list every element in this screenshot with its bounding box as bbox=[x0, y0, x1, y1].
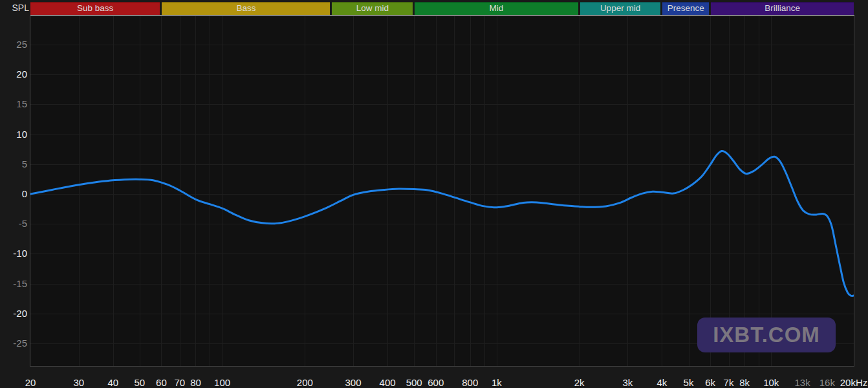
frequency-bands-strip: Sub bassBassLow midMidUpper midPresenceB… bbox=[30, 2, 854, 15]
y-axis-line bbox=[30, 16, 30, 366]
x-tick-800: 800 bbox=[462, 377, 478, 388]
x-tick-2k: 2k bbox=[574, 377, 585, 388]
y-tick--5: -5 bbox=[0, 219, 27, 229]
y-tick--25: -25 bbox=[0, 338, 27, 349]
x-tick-400: 400 bbox=[380, 377, 396, 388]
spl-axis-label: SPL bbox=[0, 3, 29, 13]
band-label-sub-bass: Sub bass bbox=[77, 2, 113, 15]
y-tick-5: 5 bbox=[0, 159, 27, 169]
band-label-bass: Bass bbox=[236, 2, 255, 15]
y-tick--10: -10 bbox=[0, 248, 27, 259]
frequency-response-chart: SPL Sub bassBassLow midMidUpper midPrese… bbox=[0, 0, 868, 388]
x-tick-10k: 10k bbox=[763, 377, 779, 388]
ixbt-watermark-text: IXBT.COM bbox=[713, 323, 820, 347]
y-tick-15: 15 bbox=[0, 99, 27, 109]
x-tick-40: 40 bbox=[107, 377, 118, 388]
x-tick-30: 30 bbox=[73, 377, 84, 388]
band-low-mid: Low mid bbox=[332, 2, 413, 15]
band-mid: Mid bbox=[415, 2, 578, 15]
y-tick--15: -15 bbox=[0, 279, 27, 289]
y-tick-20: 20 bbox=[0, 69, 27, 80]
x-tick-200: 200 bbox=[297, 377, 313, 388]
x-tick-4k: 4k bbox=[656, 377, 667, 388]
plot-area bbox=[30, 16, 854, 366]
ixbt-watermark: IXBT.COM bbox=[697, 318, 836, 352]
x-tick-6k: 6k bbox=[705, 377, 715, 388]
y-tick-10: 10 bbox=[0, 129, 27, 140]
x-tick-100: 100 bbox=[214, 377, 230, 388]
y-tick--20: -20 bbox=[0, 308, 27, 319]
band-label-brilliance: Brilliance bbox=[765, 2, 800, 15]
x-tick-5k: 5k bbox=[684, 377, 694, 388]
x-axis-line bbox=[30, 366, 854, 367]
x-tick-3k: 3k bbox=[622, 377, 633, 388]
x-tick-20: 20 bbox=[25, 377, 36, 388]
x-tick-600: 600 bbox=[428, 377, 444, 388]
x-tick-7k: 7k bbox=[724, 377, 734, 388]
x-tick-300: 300 bbox=[345, 377, 362, 388]
x-tick-50: 50 bbox=[135, 377, 146, 388]
band-bass: Bass bbox=[162, 2, 330, 15]
x-tick-20khz: 20kHz bbox=[840, 377, 868, 388]
y-tick-0: 0 bbox=[0, 189, 27, 199]
band-presence: Presence bbox=[662, 2, 709, 15]
x-tick-60: 60 bbox=[156, 377, 167, 388]
band-label-mid: Mid bbox=[490, 2, 504, 15]
x-tick-70: 70 bbox=[175, 377, 186, 388]
right-border-line bbox=[854, 16, 854, 366]
band-upper-mid: Upper mid bbox=[580, 2, 661, 15]
band-label-upper-mid: Upper mid bbox=[600, 2, 640, 15]
chart-canvas bbox=[30, 16, 854, 366]
band-sub-bass: Sub bass bbox=[30, 2, 160, 15]
band-label-presence: Presence bbox=[667, 2, 704, 15]
band-brilliance: Brilliance bbox=[711, 2, 854, 15]
band-label-low-mid: Low mid bbox=[356, 2, 389, 15]
y-tick-25: 25 bbox=[0, 39, 27, 50]
x-tick-8k: 8k bbox=[739, 377, 750, 388]
x-tick-500: 500 bbox=[406, 377, 422, 388]
x-tick-16k: 16k bbox=[819, 377, 835, 388]
x-tick-80: 80 bbox=[190, 377, 201, 388]
x-tick-1k: 1k bbox=[492, 377, 502, 388]
response-curve bbox=[30, 151, 854, 296]
x-tick-13k: 13k bbox=[795, 377, 810, 388]
